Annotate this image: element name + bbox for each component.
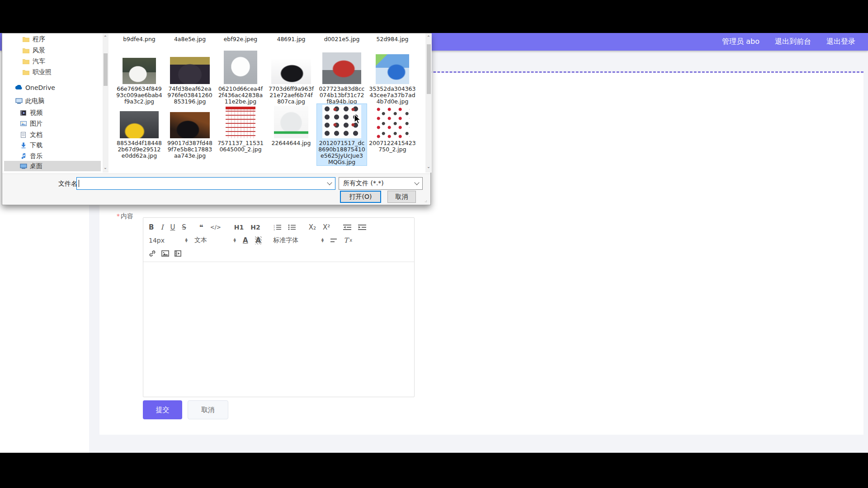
file-item-selected[interactable]: 2012071517_dc 8690b18875410 e5625JyUcJue… [317,104,367,165]
dialog-cancel-button[interactable]: 取消 [387,191,416,203]
scroll-up-icon[interactable]: ⌃ [426,35,431,40]
file-item[interactable]: 027723a83d8cc 074b13bf31c72 f8a94b.jpg [317,47,367,105]
insert-video-icon[interactable] [175,250,181,257]
stepper-arrows-icon: ▲▼ [185,238,188,243]
chevron-down-icon[interactable] [327,180,332,185]
tree-item-documents[interactable]: 文档 [4,130,101,140]
content-field-label: *内容 [117,212,139,221]
indent-icon[interactable] [358,224,366,230]
clear-format-button[interactable]: Tx [344,236,352,244]
blockquote-button[interactable]: ❝ [199,223,203,231]
paragraph-format-select[interactable]: 文本 ▲▼ [194,236,236,244]
svg-text:3: 3 [274,228,275,230]
file-thumbnail [224,51,257,84]
submit-button[interactable]: 提交 [143,400,182,419]
file-item[interactable]: b9dfe4.png [114,34,164,42]
tree-item-videos[interactable]: 视频 [4,108,101,118]
exit-to-front-link[interactable]: 退出到前台 [775,37,811,47]
file-item[interactable]: d0021e5.jpg [317,34,367,42]
document-icon [19,132,27,138]
file-item[interactable]: 7571137_11531 0645000_2.jpg [216,104,265,153]
folder-icon [22,70,30,75]
file-item[interactable]: ebf92e.jpeg [216,34,265,42]
tree-item-music[interactable]: 音乐 [4,151,101,161]
tree-item-downloads[interactable]: 下载 [4,140,101,150]
unordered-list-icon[interactable] [288,224,296,230]
filetype-select[interactable]: 所有文件 (*.*) [339,177,423,190]
folder-icon [22,37,30,42]
file-thumbnail [376,54,409,84]
onedrive-cloud-icon [15,85,23,90]
folder-icon [22,59,30,64]
font-family-select[interactable]: 标准字体 ▲▼ [273,236,324,244]
resize-grip[interactable]: ⠴ [425,199,429,204]
file-item[interactable]: 74fd38eaf62ea 976fe03841260 853196.jpg [165,47,215,105]
cancel-button[interactable]: 取消 [188,400,228,419]
heading2-button[interactable]: H2 [250,224,260,231]
file-item[interactable]: 48691.jpg [266,34,316,42]
subscript-button[interactable]: X₂ [309,223,316,231]
outdent-icon[interactable] [343,224,351,230]
desktop-icon [19,164,27,169]
file-item[interactable]: 06210d66cea4f 2f436ac42838a 11e2be.jpg [216,47,265,105]
music-note-icon [19,153,27,159]
file-thumbnail [226,107,255,138]
scroll-up-icon[interactable]: ⌃ [103,35,108,40]
code-button[interactable]: </> [210,224,221,230]
file-item[interactable]: 35352da304363 43cee7a37b7ad 4b7d0e.jpg [368,47,417,105]
file-thumbnail [271,58,311,84]
richtext-editor: B I U S ❝ </> H1 H2 123 X₂ X² [143,217,415,397]
logout-link[interactable]: 退出登录 [826,37,855,47]
superscript-button[interactable]: X² [323,223,330,231]
tree-item-onedrive[interactable]: OneDrive [4,82,101,93]
tree-item-folder-scenery[interactable]: 风景 [4,45,101,56]
insert-image-icon[interactable] [161,250,169,257]
scrollbar-thumb[interactable] [104,53,108,86]
underline-button[interactable]: U [170,223,175,231]
heading1-button[interactable]: H1 [234,224,244,231]
tree-item-this-pc[interactable]: 此电脑 [4,96,101,106]
file-item[interactable]: 7703d6ff9a963f 21e72aef6b74f 807ca.jpg [266,47,316,105]
scroll-down-icon[interactable]: ⌄ [426,164,431,169]
italic-button[interactable]: I [160,223,163,231]
video-folder-icon [19,110,27,116]
file-item[interactable]: 22644644.jpg [266,104,316,146]
tree-item-folder-cars[interactable]: 汽车 [4,56,101,66]
open-button[interactable]: 打开(O) [340,191,381,203]
required-asterisk: * [117,212,120,220]
file-list-scrollbar[interactable]: ⌃ ⌄ [425,33,432,173]
open-file-dialog: 程序 风景 汽车 职业照 OneDrive 此电脑 视频 图片 [2,33,431,205]
file-thumbnail [274,106,308,138]
background-color-button[interactable]: A [255,236,262,244]
file-item[interactable]: 4a8e5e.jpg [165,34,215,42]
stepper-arrows-icon: ▲▼ [321,238,324,243]
tree-item-pictures[interactable]: 图片 [4,118,101,129]
file-item[interactable]: 2007122415423 750_2.jpg [368,104,417,153]
file-item[interactable]: 99017d387fd48 9f7e5b8c17883 aa743e.jpg [165,104,215,159]
folder-icon [22,48,30,53]
pictures-icon [19,121,27,126]
dialog-footer: 文件名(N): 所有文件 (*.*) 打开(O) 取消 ⠴ [2,174,430,205]
scroll-down-icon[interactable]: ⌄ [103,165,108,170]
insert-link-icon[interactable] [149,250,156,257]
strikethrough-button[interactable]: S [182,223,186,231]
bold-button[interactable]: B [149,223,154,231]
file-item[interactable]: 66e769634f849 93c009ae6bab4 f9a3c2.jpg [114,47,164,105]
ordered-list-icon[interactable]: 123 [274,224,281,230]
file-item[interactable]: 88534d4f18448 2b67d9e29512 e0dd62a.jpg [114,104,164,159]
filename-input[interactable] [76,177,335,190]
computer-icon [15,98,23,104]
line-height-icon[interactable] [330,238,337,243]
font-color-button[interactable]: A [243,236,248,244]
font-size-select[interactable]: 14px ▲▼ [149,237,188,244]
tree-item-desktop[interactable]: 桌面 [4,161,101,171]
tree-scrollbar[interactable]: ⌃ ⌄ [103,33,108,173]
tree-item-folder-profile-photos[interactable]: 职业照 [4,67,101,77]
file-thumbnail [120,111,159,138]
scrollbar-thumb[interactable] [427,44,431,94]
tree-item-folder-program[interactable]: 程序 [4,34,101,44]
file-item[interactable]: 52d984.jpg [368,34,417,42]
text-caret [79,180,79,187]
editor-content-area[interactable] [143,262,414,401]
mouse-cursor [354,114,363,127]
